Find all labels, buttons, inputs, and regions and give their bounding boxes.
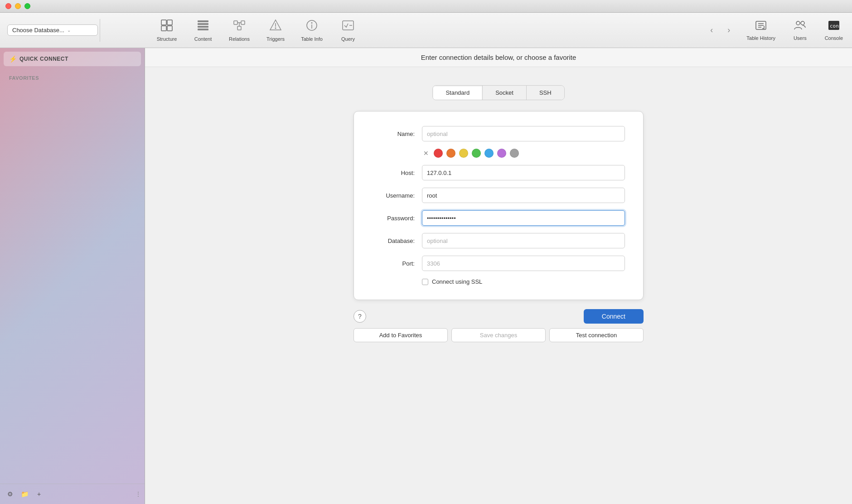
svg-rect-10 [237, 26, 241, 30]
tab-ssh[interactable]: SSH [527, 86, 564, 100]
quick-connect-label: QUICK CONNECT [19, 56, 68, 62]
password-label: Password: [372, 215, 422, 222]
sidebar-resize-handle[interactable]: ⋮ [136, 491, 141, 497]
structure-icon [160, 19, 173, 34]
triggers-label: Triggers [266, 36, 285, 42]
sidebar-add-btn[interactable]: + [33, 488, 45, 500]
color-gray[interactable] [510, 149, 519, 158]
host-row: Host: [372, 165, 625, 180]
toolbar-structure-btn[interactable]: Structure [149, 16, 185, 44]
relations-icon [233, 19, 246, 34]
sidebar-settings-btn[interactable]: ⚙ [4, 488, 16, 500]
host-label: Host: [372, 170, 422, 176]
color-clear-btn[interactable]: ✕ [422, 149, 430, 157]
title-bar [0, 0, 852, 13]
table-history-btn[interactable]: Table History [741, 18, 781, 43]
ssl-checkbox[interactable] [422, 279, 428, 285]
svg-text:consLe off: consLe off [830, 23, 840, 29]
sidebar-footer: ⚙ 📁 + ⋮ [0, 484, 145, 504]
tab-socket[interactable]: Socket [483, 86, 527, 100]
connect-button[interactable]: Connect [584, 309, 644, 324]
svg-rect-3 [167, 26, 172, 31]
table-history-icon [755, 19, 767, 34]
toolbar-tableinfo-btn[interactable]: Table Info [294, 16, 330, 44]
database-selector[interactable]: Choose Database... ⌄ [7, 24, 98, 36]
svg-rect-6 [198, 26, 208, 28]
port-label: Port: [372, 260, 422, 267]
toolbar-separator [100, 19, 100, 42]
content-label: Content [194, 36, 212, 42]
database-row: Database: [372, 233, 625, 248]
name-input[interactable] [422, 126, 625, 141]
tab-standard[interactable]: Standard [433, 86, 483, 100]
svg-rect-1 [167, 20, 172, 25]
forward-button[interactable]: › [724, 24, 734, 37]
connection-form-area: Standard Socket SSH Name: ✕ [145, 67, 852, 504]
chevron-down-icon: ⌄ [67, 28, 71, 33]
port-input[interactable] [422, 256, 625, 271]
username-label: Username: [372, 192, 422, 199]
ssl-label: Connect using SSL [432, 278, 482, 285]
toolbar: Choose Database... ⌄ Structure Content R… [0, 13, 852, 48]
users-label: Users [794, 35, 807, 41]
maximize-button[interactable] [24, 3, 30, 9]
add-to-favorites-button[interactable]: Add to Favorites [353, 328, 448, 342]
svg-rect-7 [198, 29, 208, 30]
svg-rect-9 [241, 21, 245, 24]
db-selector-label: Choose Database... [12, 27, 64, 34]
svg-rect-8 [234, 21, 237, 24]
close-button[interactable] [5, 3, 11, 9]
relations-label: Relations [229, 36, 250, 42]
color-blue[interactable] [484, 149, 494, 158]
svg-point-18 [311, 22, 313, 24]
toolbar-relations-btn[interactable]: Relations [221, 16, 257, 44]
table-info-label: Table Info [301, 36, 323, 42]
host-input[interactable] [422, 165, 625, 180]
test-connection-button[interactable]: Test connection [549, 328, 644, 342]
database-input[interactable] [422, 233, 625, 248]
quick-connect-item[interactable]: ⚡ QUICK CONNECT [4, 52, 141, 66]
query-label: Query [341, 36, 355, 42]
svg-rect-2 [161, 26, 166, 31]
console-icon: consLe off [828, 19, 840, 34]
password-row: Password: [372, 210, 625, 226]
svg-rect-5 [198, 23, 208, 25]
table-history-label: Table History [746, 35, 775, 41]
color-purple[interactable] [497, 149, 506, 158]
action-area: ? Connect [353, 309, 644, 324]
toolbar-triggers-btn[interactable]: Triggers [257, 16, 294, 44]
color-red[interactable] [434, 149, 443, 158]
color-row: ✕ [422, 149, 625, 158]
table-info-icon [305, 19, 318, 34]
minimize-button[interactable] [15, 3, 21, 9]
quick-connect-icon: ⚡ [9, 55, 17, 63]
main-area: ⚡ QUICK CONNECT FAVORITES ⚙ 📁 + ⋮ Enter … [0, 48, 852, 504]
content-header: Enter connection details below, or choos… [145, 48, 852, 67]
help-button[interactable]: ? [353, 310, 366, 323]
sidebar: ⚡ QUICK CONNECT FAVORITES ⚙ 📁 + ⋮ [0, 48, 145, 504]
console-btn[interactable]: consLe off Console [819, 18, 848, 43]
username-input[interactable] [422, 188, 625, 203]
color-orange[interactable] [446, 149, 455, 158]
save-changes-button: Save changes [451, 328, 546, 342]
sidebar-folder-btn[interactable]: 📁 [18, 488, 31, 500]
color-yellow[interactable] [459, 149, 468, 158]
secondary-actions: Add to Favorites Save changes Test conne… [353, 328, 644, 342]
content-area: Enter connection details below, or choos… [145, 48, 852, 504]
port-row: Port: [372, 256, 625, 271]
users-btn[interactable]: Users [788, 18, 812, 43]
console-label: Console [825, 35, 843, 41]
color-green[interactable] [472, 149, 481, 158]
back-button[interactable]: ‹ [707, 24, 716, 37]
toolbar-content-btn[interactable]: Content [185, 16, 221, 44]
structure-label: Structure [157, 36, 177, 42]
favorites-label: FAVORITES [0, 70, 145, 83]
svg-rect-4 [198, 20, 208, 22]
database-label: Database: [372, 237, 422, 244]
query-icon [342, 19, 354, 34]
password-input[interactable] [422, 210, 625, 226]
svg-point-25 [796, 21, 800, 25]
svg-point-26 [801, 21, 804, 25]
toolbar-query-btn[interactable]: Query [330, 16, 366, 44]
connection-form-card: Name: ✕ Host: [353, 111, 644, 300]
